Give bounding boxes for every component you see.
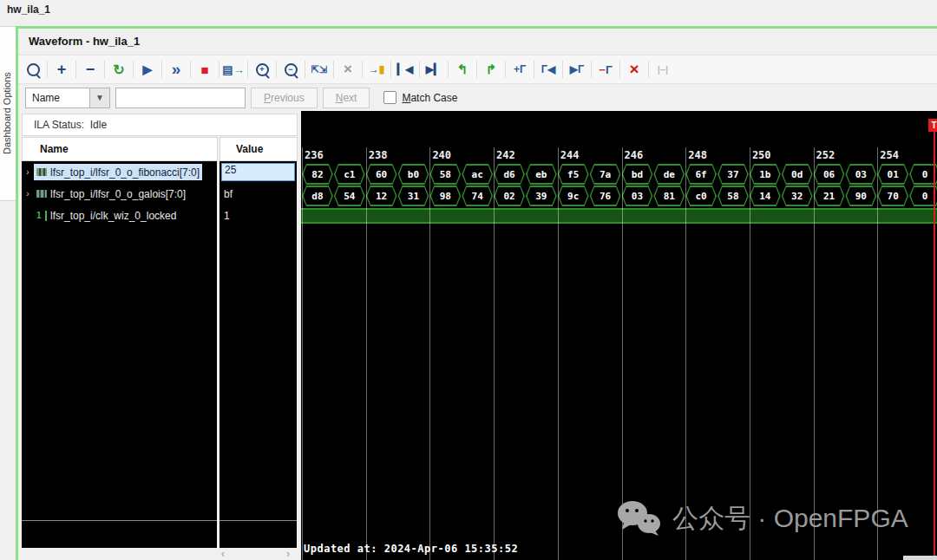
bus-value-cell: 90 — [845, 186, 876, 206]
signal-value[interactable]: bf — [220, 183, 297, 205]
goto-start-icon[interactable]: ▎◀ — [394, 59, 416, 80]
bus-value-cell: 9c — [558, 186, 589, 206]
time-gridline — [685, 147, 686, 560]
match-case-checkbox[interactable] — [383, 91, 396, 104]
run-trigger-immediate-icon[interactable]: ↻ — [108, 59, 130, 80]
scroll-right-arrow-icon[interactable]: › — [286, 548, 290, 560]
watermark: 公众号 · OpenFPGA — [613, 499, 908, 537]
toolbar-separator — [534, 61, 534, 78]
bus-value-cell: 32 — [782, 186, 813, 206]
signal-value[interactable]: 25 — [220, 161, 297, 183]
signal-value[interactable]: 1 — [220, 205, 297, 226]
match-case-option[interactable]: Match Case — [383, 91, 457, 104]
dashboard-options-sidebar[interactable]: Dashboard Options — [0, 26, 17, 201]
signal-name: lfsr_top_i/lfsr_0_o_galois[7:0] — [50, 188, 186, 200]
table-hscrollbar[interactable]: ‹ › — [22, 550, 297, 560]
toolbar-separator — [75, 61, 76, 78]
time-gridline — [877, 147, 878, 560]
bus-value-cell: 81 — [653, 186, 685, 206]
bus-value-cell: 37 — [717, 164, 749, 185]
time-gridline — [750, 147, 750, 560]
updated-timestamp: Updated at: 2024-Apr-06 15:35:52 — [304, 543, 518, 555]
waveform-toolbar: +−↻▶»■▤→+−⇱⇲×→▮▎◀▶▎↰↱+ΓΓ◀▶Γ−Γ×|–| — [18, 55, 937, 84]
time-axis-label: 240 — [432, 149, 451, 161]
previous-transition-icon[interactable]: ↰ — [451, 59, 474, 80]
time-gridline — [814, 147, 815, 560]
stop-trigger-icon[interactable]: ■ — [193, 59, 216, 80]
bus-value-cell: d6 — [494, 164, 525, 185]
bus-value-cell: 7a — [590, 164, 621, 185]
waveform-canvas[interactable]: Updated at: 2024-Apr-06 15:35:52 公众号 · O… — [301, 111, 937, 560]
wechat-icon — [613, 499, 664, 537]
add-edge-icon[interactable]: +Γ — [508, 59, 531, 80]
chevron-down-icon[interactable]: ▼ — [89, 88, 109, 107]
waveform-panel-header[interactable]: Waveform - hw_ila_1 — [18, 29, 937, 55]
add-icon[interactable]: + — [50, 59, 73, 80]
zoom-out-icon[interactable]: − — [279, 59, 302, 80]
bus-signal-icon — [36, 190, 47, 198]
next-button[interactable]: Next — [323, 88, 370, 108]
single-bit-signal-icon: 1 — [36, 211, 47, 221]
window-tab-title[interactable]: hw_ila_1 — [7, 3, 50, 16]
fit-marker-icon[interactable]: |–| — [652, 59, 674, 80]
crosshairs-off-icon[interactable]: × — [337, 59, 359, 80]
bus-value-cell: 74 — [462, 186, 493, 206]
delete-icon[interactable]: × — [623, 59, 645, 80]
scroll-left-arrow-icon[interactable]: ‹ — [221, 548, 225, 560]
time-gridline — [622, 147, 623, 560]
search-input[interactable] — [116, 90, 256, 106]
signal-row[interactable]: 1lfsr_top_i/clk_wiz_0_locked — [22, 205, 217, 226]
dashboard-options-label: Dashboard Options — [2, 36, 16, 192]
goto-end-icon[interactable]: ▶▎ — [423, 59, 445, 80]
waveform-search-bar: Name ▼ ▼ Previous Next Match Case — [18, 84, 937, 112]
toolbar-separator — [505, 61, 506, 78]
expand-chevron-icon[interactable]: › — [22, 167, 34, 177]
search-value-combo[interactable]: ▼ — [115, 88, 246, 108]
previous-edge-icon[interactable]: Γ◀ — [537, 59, 560, 80]
time-gridline — [429, 147, 430, 560]
bus-value-cell: 01 — [877, 164, 908, 185]
bus-value-cell: 02 — [494, 186, 525, 206]
previous-button[interactable]: Previous — [251, 88, 318, 108]
expand-chevron-icon[interactable]: › — [22, 189, 34, 199]
bus-value-cell: c0 — [685, 186, 717, 206]
bus-value-cell: 98 — [429, 186, 461, 206]
toolbar-separator — [247, 61, 248, 78]
signal-row[interactable]: ›lfsr_top_i/lfsr_0_o_fibonacci[7:0] — [22, 161, 217, 183]
export-data-icon[interactable]: ▤→ — [222, 59, 245, 80]
add-marker-icon[interactable]: →▮ — [365, 59, 388, 80]
match-case-label: Match Case — [402, 92, 457, 104]
waveform-hscrollbar[interactable] — [903, 556, 937, 560]
run-trigger-icon[interactable]: ▶ — [136, 59, 159, 80]
value-column-header[interactable]: Value — [220, 137, 298, 161]
trigger-marker-flag[interactable]: T — [928, 119, 937, 132]
toolbar-separator — [562, 61, 563, 78]
time-gridline — [302, 147, 303, 560]
search-icon[interactable] — [22, 59, 44, 80]
signal-row[interactable]: ›lfsr_top_i/lfsr_0_o_galois[7:0] — [22, 183, 217, 205]
signal-name-column: ›lfsr_top_i/lfsr_0_o_fibonacci[7:0]›lfsr… — [22, 161, 217, 548]
bus-value-cell: 76 — [590, 186, 621, 206]
ila-status-label: ILA Status: — [34, 119, 84, 131]
bus-value-cell: 03 — [622, 186, 653, 206]
toolbar-separator — [133, 61, 134, 78]
trigger-marker-line[interactable] — [934, 121, 935, 560]
waveform-panel: Waveform - hw_ila_1 +−↻▶»■▤→+−⇱⇲×→▮▎◀▶▎↰… — [16, 26, 937, 560]
zoom-in-icon[interactable]: + — [251, 59, 273, 80]
next-transition-icon[interactable]: ↱ — [480, 59, 502, 80]
toolbar-separator — [47, 61, 48, 78]
search-filter-select[interactable]: Name ▼ — [25, 88, 110, 108]
time-axis-label: 252 — [816, 149, 835, 161]
bus-value-cell: 31 — [398, 186, 429, 206]
signal-name: lfsr_top_i/clk_wiz_0_locked — [50, 210, 176, 222]
next-edge-icon[interactable]: ▶Γ — [566, 59, 588, 80]
remove-icon[interactable]: − — [79, 59, 102, 80]
bus-value-cell: b0 — [398, 164, 429, 185]
bus-value-cell: eb — [526, 164, 557, 185]
bus-value-cell: 82 — [302, 164, 333, 185]
remove-edge-icon[interactable]: −Γ — [594, 59, 617, 80]
name-column-header[interactable]: Name — [22, 137, 218, 161]
bus-value-cell: 70 — [877, 186, 908, 206]
run-all-icon[interactable]: » — [165, 59, 187, 80]
zoom-fit-icon[interactable]: ⇱⇲ — [308, 59, 331, 80]
